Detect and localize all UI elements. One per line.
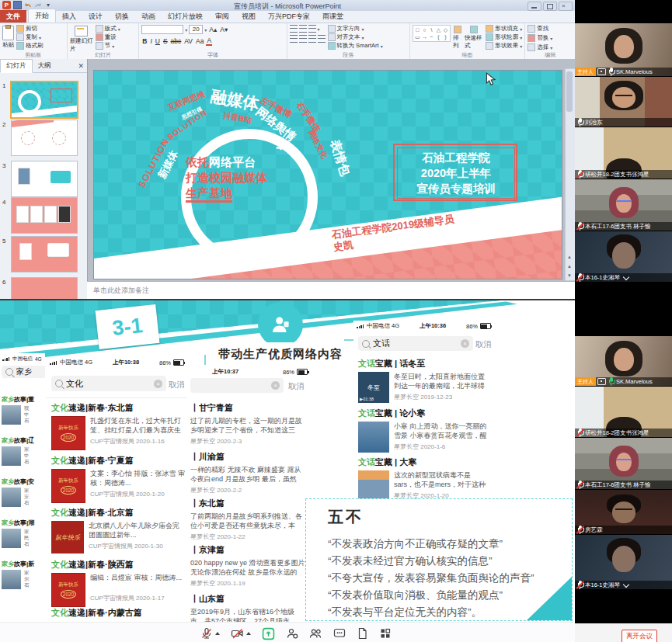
find-button[interactable]: 查找 [528,25,552,33]
scroll-up-icon[interactable]: ▲ [566,253,573,262]
ribbon-tab-bar: 文件 开始 插入 设计 切换 动画 幻灯片放映 审阅 视图 万兴PDF专家 雨课… [0,11,575,23]
align-center-icon[interactable] [299,35,307,43]
strikethrough-button[interactable]: S [162,37,169,45]
shape-fill-button[interactable]: 形状填充▾ [486,25,522,33]
expand-chevron-icon[interactable] [623,273,629,279]
new-slide-button[interactable]: 新建幻灯片 [70,25,93,53]
maximize-button[interactable] [543,2,557,11]
panel-tab-slides[interactable]: 幻灯片 [0,59,33,73]
panel-tab-outline[interactable]: 大纲 [33,60,57,72]
format-painter-button[interactable]: 格式刷 [16,42,44,50]
bullets-icon[interactable] [290,25,298,33]
select-button[interactable]: 选择▾ [528,43,552,51]
slide-center-textbox[interactable]: 依托网络平台 打造校园融媒体 生产基地 [186,154,267,201]
panel-close-icon[interactable]: ✕ [78,62,84,70]
quick-styles-icon [470,26,478,33]
reset-button[interactable]: 重设 [96,33,120,41]
indent-icon[interactable] [308,25,316,33]
find-icon [528,25,535,33]
chat-button[interactable] [333,627,346,640]
clear-search-icon: × [271,381,280,390]
font-name-combobox[interactable] [141,25,183,34]
cut-button[interactable]: 剪切 [16,25,44,33]
participant-tile[interactable]: 本石工17-6团支书 林子愉 [575,438,672,489]
change-case-button[interactable]: Aa [195,37,204,45]
apps-button[interactable] [379,627,392,640]
tab-home[interactable]: 开始 [28,9,56,23]
justify-icon[interactable] [318,35,326,43]
align-text-button[interactable]: 对齐文本▾ [328,33,383,41]
text-direction-button[interactable]: 文字方向▾ [328,25,383,33]
tab-slideshow[interactable]: 幻灯片放映 [162,10,209,23]
tab-review[interactable]: 审阅 [209,10,235,23]
tab-yuketang[interactable]: 雨课堂 [316,10,350,23]
participant-name-bar: 刘冶东 [575,118,672,127]
shape-effects-button[interactable]: 形状效果▾ [486,42,522,50]
invite-member-button[interactable] [286,627,298,640]
participant-tile[interactable]: 本石工17-6团支书 林子愉 [575,179,672,231]
document-button[interactable] [357,627,368,640]
copy-button[interactable]: 复制▾ [16,33,44,41]
tab-transitions[interactable]: 切换 [109,10,135,23]
clear-formatting-button[interactable]: abc [170,37,183,45]
replace-button[interactable]: 替换▾ [528,34,552,42]
tab-view[interactable]: 视图 [235,10,262,23]
font-color-button[interactable]: A [206,36,212,46]
slide-thumbnail-5[interactable] [11,236,78,272]
mic-button[interactable] [200,627,220,640]
tab-insert[interactable]: 插入 [56,10,82,23]
slide-canvas[interactable]: 融媒体 抖音B站 互联网思维 思想引领 SOLUTION SOLUTION 新媒… [94,71,562,279]
next-slide-icon[interactable]: ▼ [566,272,573,280]
slide-scrollbar[interactable]: ▲ ▲ ▼ [565,68,576,281]
participant-tile[interactable]: 研松井18-2团支书张鸿星 [575,387,672,437]
shapes-gallery[interactable]: □○\△◇ ▭→~() [413,25,451,42]
align-right-icon[interactable] [308,35,316,43]
font-size-combobox[interactable]: 20 [189,25,203,34]
previous-slide-icon[interactable]: ▲ [566,262,573,271]
participant-tile[interactable]: 主持人 SK.Marvelous [575,336,672,386]
participant-tile[interactable]: 刘冶东 [575,77,672,127]
character-spacing-button[interactable]: AV [183,37,193,45]
paste-button[interactable]: 粘贴 [2,25,14,49]
numbering-icon[interactable] [299,25,307,33]
align-left-icon[interactable] [290,35,298,43]
notes-pane[interactable]: 单击此处添加备注 [87,281,575,300]
slide-thumbnail-1[interactable] [10,81,78,119]
italic-button[interactable]: I [149,37,152,45]
reset-icon [96,33,103,41]
slide-thumbnail-6[interactable] [11,277,78,300]
expand-chevron-icon[interactable] [623,581,629,587]
tab-design[interactable]: 设计 [82,10,109,23]
slide-thumbnail-2[interactable] [11,120,78,156]
camera-button[interactable] [231,627,251,640]
shape-outline-button[interactable]: 形状轮廓▾ [486,33,522,41]
close-button[interactable]: × [559,2,573,11]
grow-font-button[interactable]: A▴ [208,26,218,33]
slide-title-box[interactable]: 石油工程学院 2020年上半年 宣传员专题培训 [393,144,517,201]
layout-button[interactable]: 版式▾ [96,25,120,33]
tab-file[interactable]: 文件 [0,10,26,23]
slide-thumbnail-3[interactable] [11,161,78,197]
shrink-font-button[interactable]: A▾ [219,26,228,33]
tab-wanxing-pdf[interactable]: 万兴PDF专家 [262,10,316,23]
share-screen-button[interactable] [262,627,275,640]
bold-button[interactable]: B [141,37,148,45]
participant-tile[interactable]: 研松井18-2团支书张鸿星 [575,127,672,179]
participant-tile[interactable]: 本16-1史湘琴 [575,535,672,589]
mic-options-icon[interactable] [215,632,220,635]
tab-animations[interactable]: 动画 [135,10,162,23]
participant-tile[interactable]: 房艺霖 [575,490,672,534]
participant-tile[interactable]: 主持人 SK.Marvelous [575,23,672,76]
members-button[interactable] [309,627,322,640]
minimize-button[interactable] [528,2,541,11]
underline-button[interactable]: U [155,37,161,45]
arrange-button[interactable]: 排列 [453,25,462,50]
scrollbar-thumb[interactable] [566,71,573,112]
section-button[interactable]: 节▾ [96,42,120,50]
camera-options-icon[interactable] [246,632,251,635]
participant-tile[interactable]: 本16-1史湘琴 [575,231,672,282]
leave-meeting-button[interactable]: 离开会议 [622,630,657,642]
quick-styles-button[interactable]: 快速样式 [465,25,483,50]
slide-thumbnail-4[interactable] [11,197,78,234]
convert-smartart-button[interactable]: 转换为 SmartArt▾ [328,42,383,50]
